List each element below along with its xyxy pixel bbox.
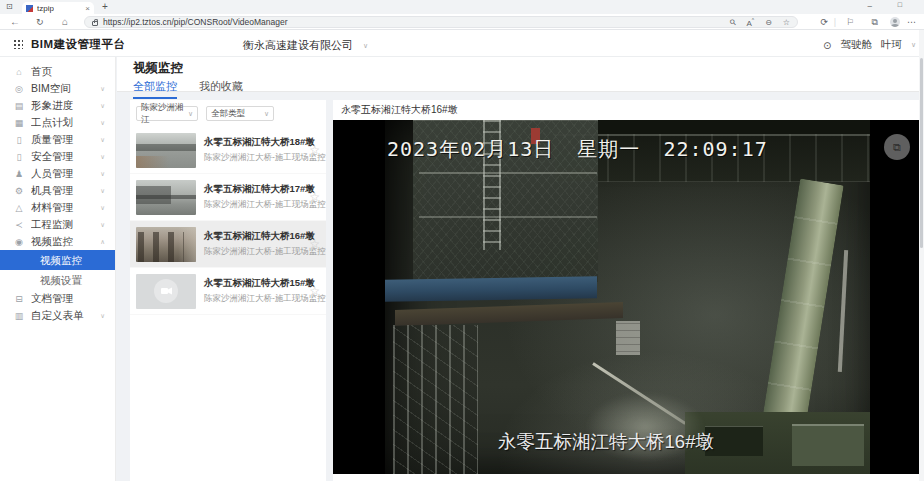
read-aloud-icon[interactable]: A^ (746, 17, 754, 28)
ptz-icon: ⧉ (893, 141, 901, 154)
quality-icon: ▯ (14, 135, 24, 145)
app-header: BIM建设管理平台 衡永高速建设有限公司 ∨ ⊙ 驾驶舱 叶珂 ∨ (0, 30, 924, 57)
org-name: 衡永高速建设有限公司 (243, 38, 353, 53)
sidebar-item-material[interactable]: △ 材料管理 ∨ (0, 199, 115, 216)
camera-thumbnail-offline (136, 274, 196, 309)
favorites-star-icon[interactable]: ☆ (783, 18, 790, 27)
favorite-star-icon[interactable]: ☆ (309, 237, 320, 251)
camera-subtitle: 陈家沙洲湘江大桥-施工现场监控 (204, 293, 306, 305)
sidebar-item-video-surveillance[interactable]: ◉ 视频监控 ∧ (0, 233, 115, 250)
app-grid-icon[interactable] (13, 39, 23, 49)
header-right: ⊙ 驾驶舱 叶珂 ∨ (823, 38, 916, 52)
site-favicon-icon (26, 5, 33, 12)
type-select[interactable]: 全部类型 ∨ (206, 106, 274, 121)
video-player[interactable]: 2023年02月13日 星期一 22:09:17 永零五标湘江特大桥16#墩 ⧉ (333, 120, 919, 474)
home-nav-icon[interactable]: ⌂ (62, 14, 68, 30)
camera-thumbnail (136, 227, 196, 262)
favorite-star-icon[interactable]: ☆ (309, 143, 320, 157)
personnel-icon: ♟ (14, 169, 24, 179)
sidebar-subitem-video-monitor[interactable]: 视频监控 (0, 250, 115, 270)
sidebar-item-personnel[interactable]: ♟ 人员管理 ∨ (0, 165, 115, 182)
zoom-icon[interactable]: ⊖ (765, 18, 772, 27)
project-select[interactable]: 陈家沙洲湘江 ∨ (136, 106, 198, 121)
camera-list-item[interactable]: 永零五标湘江特大桥17#墩 陈家沙洲湘江大桥-施工现场监控 ☆ (130, 174, 326, 221)
org-selector[interactable]: 衡永高速建设有限公司 ∨ (243, 38, 368, 53)
sidebar-item-bim-space[interactable]: ◎ BIM空间 ∨ (0, 80, 115, 97)
ptz-control-button[interactable]: ⧉ (884, 134, 910, 160)
screen: ⊡ tzpip × + – □ ← ↻ ⌂ https://ip2.tztos.… (0, 0, 924, 481)
camera-subtitle: 陈家沙洲湘江大桥-施工现场监控 (204, 152, 306, 164)
minimize-button[interactable]: – (868, 1, 872, 10)
tab-my-favorites[interactable]: 我的收藏 (199, 79, 243, 99)
video-frame (385, 120, 870, 474)
collections-icon[interactable]: ⧉ (872, 14, 878, 30)
favorite-star-icon[interactable]: ☆ (309, 190, 320, 204)
new-tab-button[interactable]: + (102, 1, 108, 12)
page-scrollbar[interactable] (919, 30, 924, 481)
sidebar-item-safety[interactable]: ▯ 安全管理 ∨ (0, 148, 115, 165)
chevron-up-icon: ∧ (100, 238, 105, 246)
cockpit-icon: ⊙ (823, 40, 831, 51)
browser-menu-icon[interactable]: ⋯ (907, 14, 916, 30)
sidebar-item-monitoring[interactable]: ≺ 工程监测 ∨ (0, 216, 115, 233)
browser-tab-bar: ⊡ tzpip × + – □ (0, 0, 924, 14)
video-caption-overlay: 永零五标湘江特大桥16#墩 (333, 429, 879, 454)
camera-list-item[interactable]: 永零五标湘江特大桥18#墩 陈家沙洲湘江大桥-施工现场监控 ☆ (130, 127, 326, 174)
filter-row: 陈家沙洲湘江 ∨ 全部类型 ∨ (130, 100, 326, 127)
refresh-icon[interactable]: ↻ (36, 14, 44, 30)
chevron-down-icon: ∨ (100, 119, 105, 127)
sidebar: ⌂ 首页 ◎ BIM空间 ∨ ▤ 形象进度 ∨ ▦ 工点计划 ∨ ▯ 质量管理 … (0, 57, 116, 481)
plan-icon: ▦ (14, 118, 24, 128)
chevron-down-icon: ∨ (911, 41, 916, 49)
safety-icon: ▯ (14, 152, 24, 162)
maximize-button[interactable]: □ (898, 1, 902, 8)
address-bar-icons: ⚲ A^ ⊖ ☆ (730, 17, 790, 28)
camera-title: 永零五标湘江特大桥16#墩 (204, 230, 306, 243)
monitoring-icon: ≺ (14, 220, 24, 230)
cockpit-link[interactable]: 驾驶舱 (840, 38, 872, 52)
page-head: 视频监控 全部监控 我的收藏 (117, 57, 919, 92)
chevron-down-icon: ∨ (100, 102, 105, 110)
form-icon: ▥ (14, 311, 24, 321)
chevron-down-icon: ∨ (100, 204, 105, 212)
toolbar-divider: | (834, 14, 836, 30)
video-timestamp-overlay: 2023年02月13日 星期一 22:09:17 (387, 136, 768, 163)
camera-title: 永零五标湘江特大桥15#墩 (204, 277, 306, 290)
bim-space-icon: ◎ (14, 84, 24, 94)
camera-list-item-selected[interactable]: 永零五标湘江特大桥16#墩 陈家沙洲湘江大桥-施工现场监控 ☆ (130, 221, 326, 268)
browser-tab[interactable]: tzpip × (22, 2, 94, 14)
favorite-star-icon[interactable]: ☆ (309, 284, 320, 298)
camera-subtitle: 陈家沙洲湘江大桥-施工现场监控 (204, 199, 306, 211)
sidebar-item-quality[interactable]: ▯ 质量管理 ∨ (0, 131, 115, 148)
user-menu[interactable]: 叶珂 (881, 38, 902, 52)
tab-actions-icon[interactable]: ⊡ (6, 2, 13, 11)
chevron-down-icon: ∨ (264, 110, 269, 118)
browser-nav-bar: ← ↻ ⌂ https://ip2.tztos.cn/pip/CONSRoot/… (0, 14, 924, 30)
app-title: BIM建设管理平台 (31, 37, 126, 52)
browser-profile-avatar[interactable] (890, 17, 900, 27)
sidebar-item-documents[interactable]: ⊟ 文档管理 (0, 290, 115, 307)
sidebar-item-custom-forms[interactable]: ▥ 自定义表单 ∨ (0, 307, 115, 324)
camera-list-item[interactable]: 永零五标湘江特大桥15#墩 陈家沙洲湘江大桥-施工现场监控 ☆ (130, 268, 326, 315)
chevron-down-icon: ∨ (188, 110, 193, 118)
back-icon[interactable]: ← (10, 14, 20, 30)
chevron-down-icon: ∨ (100, 136, 105, 144)
chevron-down-icon: ∨ (100, 187, 105, 195)
sidebar-item-progress[interactable]: ▤ 形象进度 ∨ (0, 97, 115, 114)
address-bar[interactable]: https://ip2.tztos.cn/pip/CONSRoot/VideoM… (84, 16, 798, 28)
page-title: 视频监控 (133, 60, 919, 77)
scrollbar-thumb[interactable] (920, 58, 923, 248)
camera-subtitle: 陈家沙洲湘江大桥-施工现场监控 (204, 246, 306, 258)
tab-all-monitors[interactable]: 全部监控 (133, 79, 177, 99)
camera-title: 永零五标湘江特大桥18#墩 (204, 136, 306, 149)
sidebar-item-home[interactable]: ⌂ 首页 (0, 63, 115, 80)
sidebar-item-site-plan[interactable]: ▦ 工点计划 ∨ (0, 114, 115, 131)
sync-icon[interactable]: ⟳ (820, 14, 828, 30)
sidebar-subitem-video-settings[interactable]: 视频设置 (0, 270, 115, 290)
tab-close-icon[interactable]: × (85, 4, 90, 13)
equipment-icon: ⚙ (14, 186, 24, 196)
password-key-icon[interactable]: ⚲ (727, 17, 738, 28)
sidebar-item-equipment[interactable]: ⚙ 机具管理 ∨ (0, 182, 115, 199)
camera-thumbnail (136, 180, 196, 215)
favorites-bar-icon[interactable]: ⚐ (846, 14, 854, 30)
